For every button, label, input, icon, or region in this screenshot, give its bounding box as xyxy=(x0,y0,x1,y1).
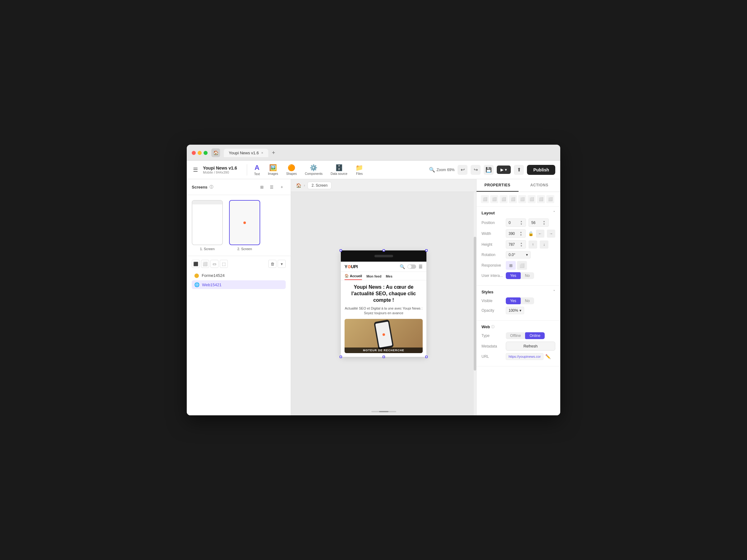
play-button[interactable]: ▶ ▾ xyxy=(497,165,511,174)
save-button[interactable]: 💾 xyxy=(484,165,494,175)
screen-1-thumb[interactable]: 1. Screen xyxy=(192,200,223,251)
layer-move-btn[interactable]: ⬛ xyxy=(192,260,200,268)
header-icons: 🔍 ☰ xyxy=(400,264,423,269)
toolbar-divider xyxy=(247,164,247,176)
tab-properties[interactable]: PROPERTIES xyxy=(476,179,518,192)
layer-more-btn[interactable]: ▾ xyxy=(278,260,286,268)
screen-2-thumb[interactable]: 2. Screen xyxy=(229,200,260,251)
add-screen-button[interactable]: ＋ xyxy=(278,183,286,191)
stepper-up-h[interactable]: ▲ xyxy=(519,242,523,244)
width-right-arrow[interactable]: → xyxy=(547,230,555,238)
height-input[interactable]: 787 ▲ ▼ xyxy=(506,240,526,248)
tool-text[interactable]: A Text xyxy=(251,162,263,177)
minimize-button[interactable] xyxy=(198,151,202,155)
layer-delete-btn[interactable]: 🗑 xyxy=(268,260,276,268)
position-y-input[interactable]: 56 ▲ ▼ xyxy=(529,218,549,227)
redo-button[interactable]: ↪ xyxy=(471,165,481,175)
menu-hamburger-icon[interactable]: ☰ xyxy=(419,264,423,269)
handle-bl[interactable] xyxy=(340,355,342,358)
visible-no[interactable]: No xyxy=(521,297,534,304)
align-bottom-icon[interactable]: ⬜ xyxy=(527,195,536,203)
browser-tab[interactable]: Youpi News v1.6 × xyxy=(224,149,268,157)
lock-icon[interactable]: 🔒 xyxy=(528,231,534,236)
undo-button[interactable]: ↩ xyxy=(458,165,467,175)
stepper-down-w[interactable]: ▼ xyxy=(519,234,523,236)
theme-toggle[interactable] xyxy=(407,264,416,269)
nav-mon-feed[interactable]: Mon feed xyxy=(366,274,381,280)
visible-toggle: Yes No xyxy=(506,297,534,304)
distribute-h-icon[interactable]: ⬜ xyxy=(537,195,545,203)
search-icon[interactable]: 🔍 xyxy=(400,264,405,269)
breadcrumb-screen[interactable]: 2. Screen xyxy=(308,182,332,189)
opacity-input[interactable]: 100% ▾ xyxy=(506,307,524,314)
url-input[interactable]: https://youpinews.cor xyxy=(506,353,543,360)
close-button[interactable] xyxy=(192,151,196,155)
new-tab-button[interactable]: + xyxy=(269,149,278,157)
height-down-arrow[interactable]: ↓ xyxy=(540,240,548,248)
stepper-down-y[interactable]: ▼ xyxy=(542,223,546,225)
tool-components[interactable]: ⚙️ Components xyxy=(302,163,326,177)
align-left-icon[interactable]: ⬜ xyxy=(481,195,489,203)
responsive-label: Responsive xyxy=(482,263,503,268)
height-up-arrow[interactable]: ↑ xyxy=(529,240,537,248)
type-online[interactable]: Online xyxy=(525,332,545,339)
handle-bc[interactable] xyxy=(383,355,385,358)
tool-datasource[interactable]: 🗄️ Data source xyxy=(328,163,351,177)
width-input[interactable]: 390 ▲ ▼ xyxy=(506,229,526,238)
align-center-v-icon[interactable]: ⬜ xyxy=(490,195,498,203)
layout-collapse-icon[interactable]: ˅ xyxy=(553,210,555,215)
nav-mes[interactable]: Mes xyxy=(386,274,392,280)
handle-tc[interactable] xyxy=(383,249,385,252)
tool-images[interactable]: 🖼️ Images xyxy=(265,163,281,177)
vertical-scrollbar[interactable] xyxy=(474,192,476,415)
rotation-input[interactable]: 0.0° ▾ xyxy=(506,251,531,259)
tool-shapes[interactable]: 🟠 Shapes xyxy=(283,163,300,177)
stepper-down[interactable]: ▼ xyxy=(519,223,523,225)
handle-tl[interactable] xyxy=(340,249,342,252)
layer-web15421[interactable]: 🌐 Web15421 xyxy=(192,280,286,289)
publish-button[interactable]: Publish xyxy=(527,165,555,175)
distribute-v-icon[interactable]: ⬜ xyxy=(546,195,554,203)
styles-collapse-icon[interactable]: ˅ xyxy=(553,289,555,294)
stepper-up[interactable]: ▲ xyxy=(519,220,523,222)
layer-item-btn[interactable]: ▭ xyxy=(210,260,218,268)
nav-accueil[interactable]: 🏠 Accueil xyxy=(344,274,362,280)
align-right-icon[interactable]: ⬜ xyxy=(499,195,508,203)
visible-yes[interactable]: Yes xyxy=(506,297,521,304)
responsive-btn-1[interactable]: ⊞ xyxy=(506,261,516,270)
grid-view-button[interactable]: ⊞ xyxy=(258,183,266,191)
stepper-up-y[interactable]: ▲ xyxy=(542,220,546,222)
handle-br[interactable] xyxy=(425,355,428,358)
menu-icon[interactable]: ☰ xyxy=(192,165,199,175)
user-interaction-no[interactable]: No xyxy=(521,272,534,279)
type-offline[interactable]: Offline xyxy=(506,332,525,339)
canvas-content[interactable]: Y⊙UPI 🔍 ☰ xyxy=(291,192,476,415)
breadcrumb-home-icon[interactable]: 🏠 xyxy=(296,183,301,188)
position-x-input[interactable]: 0 ▲ ▼ xyxy=(506,218,526,227)
user-interaction-yes[interactable]: Yes xyxy=(506,272,521,279)
stepper-down-h[interactable]: ▼ xyxy=(519,244,523,247)
align-center-h-icon[interactable]: ⬜ xyxy=(518,195,526,203)
canvas-scrollbar[interactable] xyxy=(371,411,396,412)
browser-home-icon[interactable]: 🏠 xyxy=(211,149,220,157)
share-button[interactable]: ⬆ xyxy=(514,165,524,175)
layer-forme14524[interactable]: ⬤ Forme14524 xyxy=(192,271,286,280)
stepper-up-w[interactable]: ▲ xyxy=(519,231,523,233)
maximize-button[interactable] xyxy=(204,151,208,155)
zoom-indicator[interactable]: 🔍 Zoom 69% xyxy=(429,167,455,173)
responsive-btn-2[interactable]: ⬜ xyxy=(517,261,527,270)
tab-actions[interactable]: ACTIONS xyxy=(518,179,561,192)
handle-tr[interactable] xyxy=(425,249,428,252)
refresh-button[interactable]: Refresh xyxy=(506,342,555,351)
layer-group-btn[interactable]: ⬜ xyxy=(201,260,209,268)
height-label: Height xyxy=(482,242,503,247)
align-top-icon[interactable]: ⬜ xyxy=(509,195,517,203)
layer-shape-icon: ⬤ xyxy=(194,273,199,278)
list-view-button[interactable]: ☰ xyxy=(268,183,276,191)
screen-1-label: 1. Screen xyxy=(200,247,214,251)
tool-files[interactable]: 📁 Files xyxy=(352,163,366,177)
width-left-arrow[interactable]: ← xyxy=(536,230,544,238)
tab-close-icon[interactable]: × xyxy=(261,151,263,155)
layer-type-btn[interactable]: ⬚ xyxy=(220,260,228,268)
url-edit-icon[interactable]: ✏️ xyxy=(545,354,550,359)
